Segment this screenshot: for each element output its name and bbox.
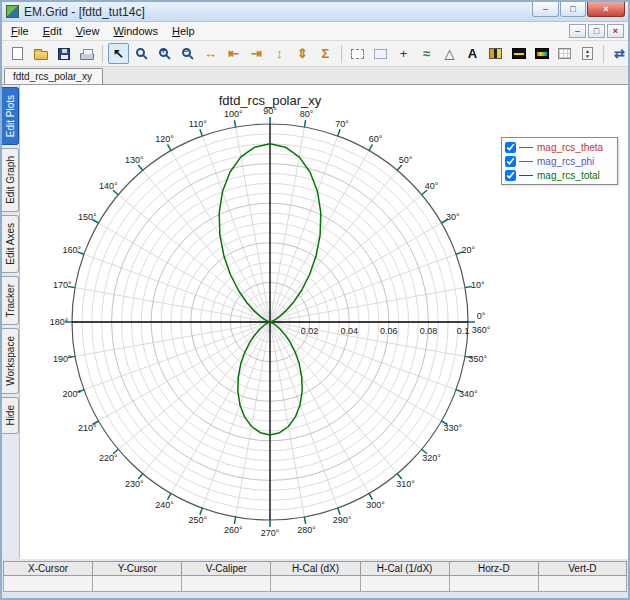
fit-vertical-icon[interactable]: ⇕ <box>292 43 313 64</box>
plot-area: fdtd_rcs_polar_xy 0.020.040.060.080.10°1… <box>20 85 628 559</box>
angle-tick-label: 30° <box>446 212 460 222</box>
toolbar-separator <box>603 45 604 63</box>
shift-right-icon-glyph: ⇥ <box>251 47 262 60</box>
zoom-in-icon-shape <box>159 48 168 57</box>
spin-control-icon[interactable] <box>577 43 598 64</box>
menu-view[interactable]: View <box>69 23 107 39</box>
status-header-H-Cal (1/dX): H-Cal (1/dX) <box>360 561 449 576</box>
close-button[interactable]: × <box>587 2 625 17</box>
grid-settings-icon-shape <box>558 48 571 59</box>
menu-windows[interactable]: Windows <box>106 23 165 39</box>
shift-left-icon-glyph: ⇤ <box>228 47 239 60</box>
zoom-out-icon[interactable] <box>177 43 198 64</box>
angle-tick-label: 190° <box>53 354 72 364</box>
angle-tick-label: 260° <box>224 525 243 535</box>
zoom-in-icon[interactable] <box>154 43 175 64</box>
angle-tick-label: 20° <box>461 245 475 255</box>
expand-horizontal-icon[interactable]: ↔ <box>200 43 221 64</box>
text-label-icon-glyph: A <box>468 47 477 60</box>
status-value-V-Caliper <box>181 576 270 592</box>
main-area: Edit PlotsEdit GraphEdit AxesTrackerWork… <box>2 85 628 559</box>
select-region-icon-shape <box>351 49 364 59</box>
grid-settings-icon[interactable] <box>554 43 575 64</box>
status-header-V-Caliper: V-Caliper <box>181 561 270 576</box>
expand-vertical-icon-glyph: ↕ <box>276 47 283 60</box>
text-label-icon[interactable]: A <box>462 43 483 64</box>
sidebar-tab-workspace[interactable]: Workspace <box>2 328 19 394</box>
minimize-button[interactable]: – <box>532 2 559 17</box>
sidebar-tab-edit-graph[interactable]: Edit Graph <box>2 148 19 212</box>
shift-right-icon[interactable]: ⇥ <box>246 43 267 64</box>
print-icon[interactable] <box>76 43 97 64</box>
status-header-Vert-D: Vert-D <box>538 561 627 576</box>
app-window: EM.Grid - [fdtd_tut14c] – □ × FileEditVi… <box>0 0 630 600</box>
legend-row-mag_rcs_phi: mag_rcs_phi <box>505 154 614 168</box>
sidebar-tab-tracker[interactable]: Tracker <box>2 276 19 326</box>
expand-horizontal-icon-glyph: ↔ <box>204 47 217 60</box>
angle-tick-label: 200° <box>62 389 81 399</box>
window-buttons: – □ × <box>531 2 625 17</box>
tracker-icon[interactable]: ≈ <box>416 43 437 64</box>
crosshair-icon[interactable]: + <box>393 43 414 64</box>
new-document-icon[interactable] <box>7 43 28 64</box>
sidebar-tab-edit-plots[interactable]: Edit Plots <box>2 87 19 145</box>
autoscale-icon[interactable]: Σ <box>315 43 336 64</box>
shift-left-icon[interactable]: ⇤ <box>223 43 244 64</box>
radial-tick-label: 0.02 <box>301 326 319 336</box>
angle-tick-label: 160° <box>62 245 81 255</box>
menu-edit[interactable]: Edit <box>36 23 69 39</box>
radial-tick-label: 0.04 <box>340 326 358 336</box>
marker-icon[interactable]: △ <box>439 43 460 64</box>
angle-tick-label: 130° <box>125 155 144 165</box>
menu-help[interactable]: Help <box>165 23 202 39</box>
menu-bar: FileEditViewWindowsHelp –□× <box>2 22 628 41</box>
status-header-Y-Cursor: Y-Cursor <box>92 561 181 576</box>
sidebar-tab-edit-axes[interactable]: Edit Axes <box>2 215 19 273</box>
tab-fdtd_rcs_polar_xy[interactable]: fdtd_rcs_polar_xy <box>4 68 103 84</box>
crosshair-icon-glyph: + <box>400 47 408 60</box>
legend-label: mag_rcs_theta <box>537 142 603 153</box>
sidebar-tab-label: Edit Plots <box>4 88 17 144</box>
zoom-region-icon[interactable] <box>370 43 391 64</box>
pointer-icon[interactable]: ↖ <box>108 43 129 64</box>
expand-vertical-icon[interactable]: ↕ <box>269 43 290 64</box>
colormap-icon[interactable] <box>485 43 506 64</box>
zoom-window-icon-shape <box>136 48 145 57</box>
legend-line-sample <box>519 175 533 176</box>
status-value-Vert-D <box>538 576 627 592</box>
sync-horizontal-icon-glyph: ⇄ <box>614 47 625 60</box>
save-icon[interactable] <box>53 43 74 64</box>
mdi-close-button[interactable]: × <box>607 24 624 38</box>
legend-checkbox-mag_rcs_theta[interactable] <box>505 142 516 153</box>
status-headers: X-CursorY-CursorV-CaliperH-Cal (dX)H-Cal… <box>3 561 627 576</box>
status-value-Y-Cursor <box>92 576 181 592</box>
status-header-H-Cal (dX): H-Cal (dX) <box>270 561 359 576</box>
window-title: EM.Grid - [fdtd_tut14c] <box>24 5 145 19</box>
menu-file[interactable]: File <box>4 23 36 39</box>
sidebar-tab-label: Tracker <box>4 277 17 325</box>
angle-tick-label: 300° <box>366 500 385 510</box>
save-icon-shape <box>58 48 70 60</box>
colormap-icon-shape <box>489 48 502 59</box>
angle-tick-label: 240° <box>155 500 174 510</box>
status-bar: X-CursorY-CursorV-CaliperH-Cal (dX)H-Cal… <box>2 559 628 598</box>
legend-checkbox-mag_rcs_total[interactable] <box>505 170 516 181</box>
sync-horizontal-icon[interactable]: ⇄ <box>609 43 630 64</box>
status-value-X-Cursor <box>3 576 92 592</box>
legend-line-sample <box>519 161 533 162</box>
spectrum-icon[interactable] <box>531 43 552 64</box>
select-region-icon[interactable] <box>347 43 368 64</box>
maximize-button[interactable]: □ <box>560 2 586 17</box>
toolbar-items: ↖↔⇤⇥↕⇕Σ+≈△A⇄≡ <box>6 43 630 64</box>
mdi-restore-button[interactable]: □ <box>588 24 605 38</box>
zoom-window-icon[interactable] <box>131 43 152 64</box>
legend-checkbox-mag_rcs_phi[interactable] <box>505 156 516 167</box>
sidebar-tab-hide[interactable]: Hide <box>2 397 19 434</box>
mdi-minimize-button[interactable]: – <box>569 24 586 38</box>
open-folder-icon[interactable] <box>30 43 51 64</box>
spectrum-icon-shape <box>535 48 549 59</box>
status-value-H-Cal (dX) <box>270 576 359 592</box>
legend-row-mag_rcs_total: mag_rcs_total <box>505 168 614 182</box>
angle-tick-label: 150° <box>78 212 97 222</box>
waveform-icon[interactable] <box>508 43 529 64</box>
